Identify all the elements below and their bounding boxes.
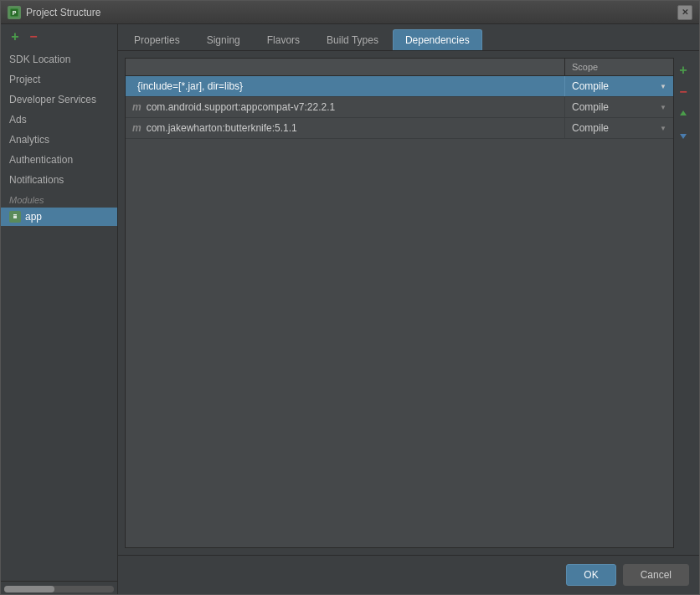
- svg-rect-3: [13, 216, 17, 218]
- tab-flavors[interactable]: Flavors: [255, 29, 312, 50]
- sidebar-item-ads[interactable]: Ads: [1, 110, 117, 130]
- modules-section-header: Modules: [1, 190, 117, 208]
- svg-marker-5: [680, 110, 687, 115]
- tab-signing[interactable]: Signing: [194, 29, 253, 50]
- appcompat-dep-type-icon: m: [132, 101, 142, 113]
- dep-row-butterknife-name: m com.jakewharton:butterknife:5.1.1: [126, 118, 564, 138]
- appcompat-dep-label: com.android.support:appcompat-v7:22.2.1: [147, 101, 335, 113]
- title-bar: P Project Structure ✕: [1, 1, 699, 24]
- butterknife-dep-scope-label: Compile: [572, 122, 609, 134]
- butterknife-dep-type-icon: m: [132, 122, 142, 134]
- tabs-bar: Properties Signing Flavors Build Types D…: [118, 24, 699, 51]
- tab-properties[interactable]: Properties: [121, 29, 193, 50]
- main-content: + − SDK Location Project Developer Servi…: [1, 24, 699, 594]
- dep-row-appcompat[interactable]: m com.android.support:appcompat-v7:22.2.…: [126, 97, 673, 118]
- dep-rows: {include=[*.jar], dir=libs} Compile ▼: [126, 76, 673, 547]
- sidebar-items: SDK Location Project Developer Services …: [1, 49, 117, 581]
- project-structure-window: P Project Structure ✕ + − SDK Location P…: [0, 0, 700, 595]
- dep-table-header: Scope: [126, 59, 673, 76]
- tab-build-types[interactable]: Build Types: [314, 29, 391, 50]
- sidebar-item-sdk-location[interactable]: SDK Location: [1, 49, 117, 69]
- dependencies-panel: Scope {include=[*.jar], dir=libs}: [118, 51, 699, 555]
- svg-text:P: P: [13, 10, 17, 16]
- ok-button[interactable]: OK: [566, 564, 615, 586]
- appcompat-dep-scope-arrow: ▼: [660, 104, 667, 111]
- remove-dep-button[interactable]: −: [674, 83, 692, 101]
- table-with-buttons: Scope {include=[*.jar], dir=libs}: [125, 58, 692, 548]
- side-buttons: + −: [674, 58, 692, 548]
- dep-row-butterknife-scope[interactable]: Compile ▼: [564, 118, 673, 138]
- move-up-button[interactable]: [674, 105, 692, 123]
- dep-row-appcompat-scope[interactable]: Compile ▼: [564, 97, 673, 117]
- window-title: Project Structure: [26, 7, 677, 18]
- right-panel: Properties Signing Flavors Build Types D…: [118, 24, 699, 594]
- cancel-button[interactable]: Cancel: [623, 564, 689, 586]
- dep-header-name-col: [126, 59, 564, 75]
- svg-marker-6: [680, 134, 687, 139]
- svg-rect-4: [13, 214, 17, 216]
- file-dep-scope-label: Compile: [572, 80, 609, 92]
- app-module-label: app: [25, 211, 42, 223]
- dep-row-file-name: {include=[*.jar], dir=libs}: [126, 76, 564, 96]
- remove-module-button[interactable]: −: [26, 29, 41, 44]
- file-dep-scope-arrow: ▼: [660, 83, 667, 90]
- dep-table-area: Scope {include=[*.jar], dir=libs}: [125, 58, 674, 548]
- sidebar-item-authentication[interactable]: Authentication: [1, 150, 117, 170]
- sidebar-item-project[interactable]: Project: [1, 69, 117, 90]
- sidebar-item-app[interactable]: app: [1, 208, 117, 226]
- add-module-button[interactable]: +: [8, 29, 23, 44]
- sidebar-item-developer-services[interactable]: Developer Services: [1, 90, 117, 110]
- close-button[interactable]: ✕: [677, 5, 692, 20]
- dep-row-butterknife[interactable]: m com.jakewharton:butterknife:5.1.1 Comp…: [126, 118, 673, 139]
- move-down-button[interactable]: [674, 126, 692, 145]
- dep-row-file-scope[interactable]: Compile ▼: [564, 76, 673, 96]
- add-dep-button[interactable]: +: [674, 61, 692, 80]
- butterknife-dep-label: com.jakewharton:butterknife:5.1.1: [147, 122, 297, 134]
- dep-header-scope-col: Scope: [564, 59, 673, 75]
- file-dep-label: {include=[*.jar], dir=libs}: [137, 80, 243, 92]
- footer-buttons: OK Cancel: [118, 555, 699, 594]
- sidebar-item-notifications[interactable]: Notifications: [1, 170, 117, 190]
- sidebar: + − SDK Location Project Developer Servi…: [1, 24, 118, 594]
- scrollbar-thumb: [4, 586, 54, 592]
- tab-dependencies[interactable]: Dependencies: [393, 29, 482, 50]
- scrollbar-track: [4, 586, 114, 592]
- dep-row-appcompat-name: m com.android.support:appcompat-v7:22.2.…: [126, 97, 564, 117]
- dep-row-file[interactable]: {include=[*.jar], dir=libs} Compile ▼: [126, 76, 673, 97]
- appcompat-dep-scope-label: Compile: [572, 101, 609, 113]
- sidebar-item-analytics[interactable]: Analytics: [1, 130, 117, 150]
- sidebar-toolbar: + −: [1, 24, 117, 49]
- butterknife-dep-scope-arrow: ▼: [660, 125, 667, 132]
- sidebar-scrollbar[interactable]: [1, 581, 117, 594]
- app-module-icon: [9, 211, 21, 223]
- window-icon: P: [8, 6, 21, 19]
